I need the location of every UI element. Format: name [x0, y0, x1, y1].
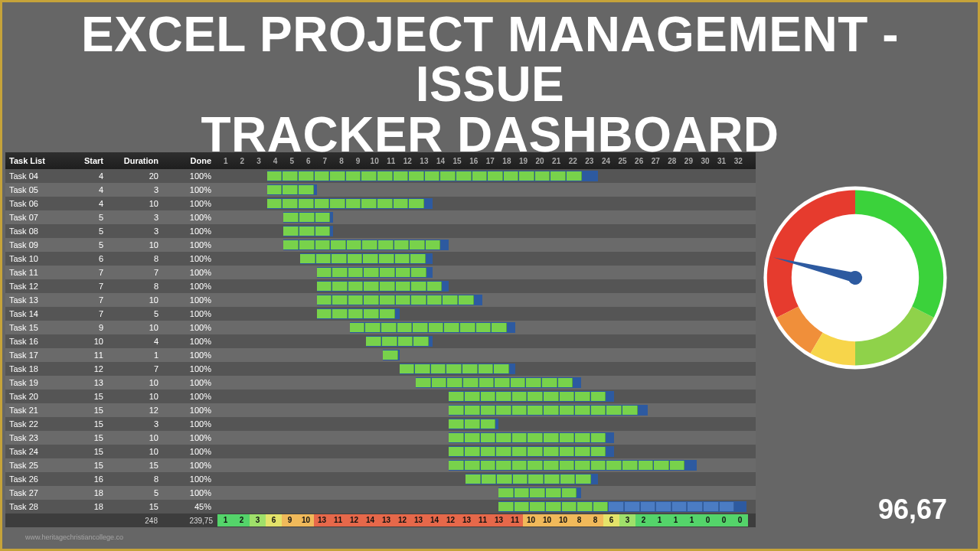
cell-start: 5 [65, 213, 107, 222]
gantt-bar[interactable] [498, 487, 581, 498]
gantt-bar[interactable] [466, 474, 598, 484]
table-row[interactable]: Task 0753100% [5, 210, 756, 224]
cell-task: Task 06 [5, 199, 65, 208]
cell-start: 4 [65, 185, 107, 194]
table-row[interactable]: Task 27185100% [5, 486, 756, 500]
table-row[interactable]: Task 1068100% [5, 252, 756, 266]
heatmap-cell: 0 [700, 514, 716, 527]
col-header-start: Start [65, 155, 107, 167]
gantt-day-axis: 1234567891011121314151617181920212223242… [217, 157, 748, 165]
cell-done: 100% [162, 185, 217, 194]
table-row[interactable]: Task 18127100% [5, 362, 756, 376]
table-row[interactable]: Task 1278100% [5, 279, 756, 293]
gantt-bar[interactable] [449, 432, 614, 443]
col-header-task: Task List [5, 155, 65, 167]
gantt-bar[interactable] [383, 350, 400, 360]
cell-duration: 3 [107, 227, 162, 236]
gantt-bar[interactable] [498, 501, 746, 512]
gantt-bar[interactable] [317, 267, 433, 278]
gantt-cell [217, 197, 748, 210]
gantt-bar[interactable] [449, 446, 614, 457]
gantt-bar[interactable] [317, 281, 449, 292]
axis-tick: 30 [697, 157, 714, 165]
gantt-bar[interactable] [350, 322, 515, 333]
table-row[interactable]: Task 0543100% [5, 183, 756, 197]
heatmap-cell: 12 [443, 514, 459, 527]
gantt-bar[interactable] [267, 198, 433, 209]
gantt-bar[interactable] [449, 391, 614, 402]
cell-done: 100% [162, 213, 217, 222]
table-row[interactable]: Task 241510100% [5, 445, 756, 458]
footer-total-done: 239,75 [162, 517, 217, 525]
gantt-cell [217, 431, 748, 445]
cell-duration: 3 [107, 185, 162, 194]
cell-duration: 5 [107, 309, 162, 318]
cell-start: 15 [65, 392, 107, 401]
axis-tick: 12 [400, 157, 416, 165]
table-row[interactable]: Task 13710100% [5, 293, 756, 307]
table-row[interactable]: Task 231510100% [5, 431, 756, 445]
cell-task: Task 07 [5, 213, 65, 222]
cell-start: 15 [65, 433, 107, 442]
gantt-bar[interactable] [449, 405, 647, 416]
gantt-bar[interactable] [283, 226, 333, 236]
gantt-bar[interactable] [400, 364, 515, 374]
gantt-bar[interactable] [283, 240, 449, 250]
cell-start: 7 [65, 268, 107, 277]
table-row[interactable]: Task 1177100% [5, 266, 756, 279]
cell-start: 5 [65, 240, 107, 249]
cell-start: 15 [65, 461, 107, 470]
gantt-bar[interactable] [449, 419, 498, 429]
table-row[interactable]: Task 211512100% [5, 403, 756, 417]
table-row[interactable]: Task 09510100% [5, 238, 756, 252]
gantt-bar[interactable] [300, 253, 433, 264]
cell-start: 15 [65, 447, 107, 456]
table-row[interactable]: Task 04420100% [5, 169, 756, 183]
gantt-bar[interactable] [317, 308, 400, 319]
cell-start: 5 [65, 227, 107, 236]
cell-start: 13 [65, 378, 107, 387]
cell-done: 45% [162, 502, 217, 511]
gantt-bar[interactable] [267, 184, 317, 195]
gauge-svg [756, 178, 955, 377]
axis-tick: 10 [366, 157, 383, 165]
cell-done: 100% [162, 199, 217, 208]
gantt-bar[interactable] [366, 336, 432, 347]
axis-tick: 17 [482, 157, 499, 165]
table-row[interactable]: Task 06410100% [5, 197, 756, 210]
table-row[interactable]: Task 26168100% [5, 472, 756, 486]
heatmap-cell: 13 [410, 514, 426, 527]
cell-start: 4 [65, 171, 107, 181]
table-row[interactable]: Task 0853100% [5, 224, 756, 238]
table-row[interactable]: Task 1475100% [5, 307, 756, 321]
gantt-bar[interactable] [283, 212, 333, 223]
cell-task: Task 25 [5, 461, 65, 470]
gantt-bar[interactable] [317, 295, 482, 305]
axis-tick: 25 [614, 157, 631, 165]
cell-duration: 10 [107, 199, 162, 208]
cell-task: Task 14 [5, 309, 65, 318]
cell-done: 100% [162, 254, 217, 263]
table-row[interactable]: Task 191310100% [5, 376, 756, 390]
cell-done: 100% [162, 323, 217, 332]
table-row[interactable]: Task 17111100% [5, 348, 756, 362]
heatmap-cell: 8 [587, 514, 603, 527]
cell-done: 100% [162, 227, 217, 236]
cell-task: Task 19 [5, 378, 65, 387]
gantt-bar[interactable] [416, 377, 581, 388]
table-row[interactable]: Task 28181545% [5, 500, 756, 514]
cell-task: Task 18 [5, 364, 65, 373]
axis-tick: 16 [466, 157, 482, 165]
cell-task: Task 20 [5, 392, 65, 401]
table-row[interactable]: Task 15910100% [5, 321, 756, 334]
table-row[interactable]: Task 16104100% [5, 334, 756, 348]
gantt-bar[interactable] [267, 171, 598, 181]
gantt-bar[interactable] [449, 460, 697, 471]
table-row[interactable]: Task 201510100% [5, 390, 756, 403]
cell-start: 11 [65, 350, 107, 360]
axis-tick: 26 [631, 157, 648, 165]
table-row[interactable]: Task 22153100% [5, 417, 756, 431]
cell-start: 12 [65, 364, 107, 373]
heatmap-cell: 3 [619, 514, 635, 527]
table-row[interactable]: Task 251515100% [5, 458, 756, 472]
